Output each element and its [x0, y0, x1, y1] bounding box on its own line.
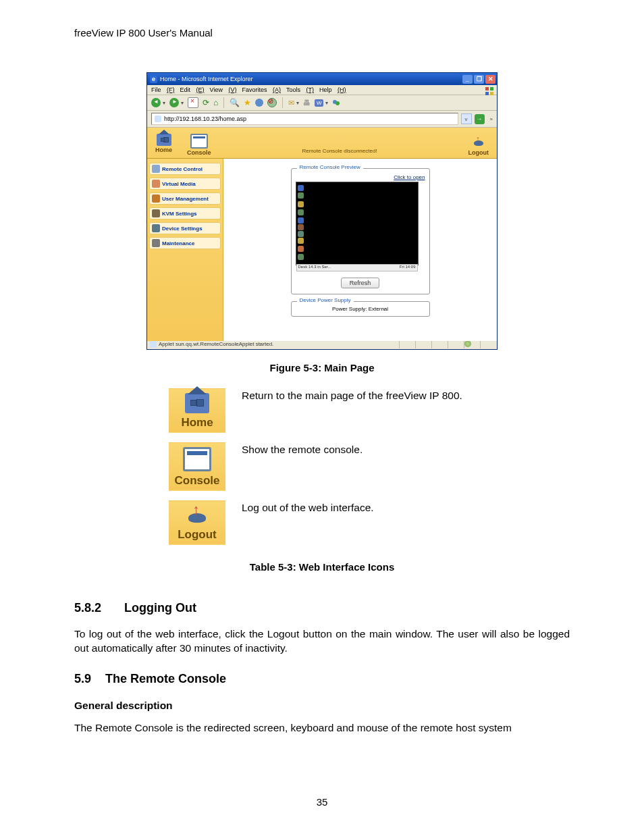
console-preview-screen[interactable]: Desk 14.3 in Ser...Fri 14:09 [296, 182, 419, 265]
kvm-settings-icon [152, 209, 160, 217]
maintenance-icon [152, 239, 160, 247]
history-icon[interactable] [255, 99, 263, 107]
power-legend: Device Power Supply [297, 297, 354, 303]
logout-icon [471, 136, 486, 149]
device-power-supply-box: Device Power Supply Power Supply: Extern… [291, 301, 430, 317]
app-header: Home Console Remote Console disconnected… [147, 128, 497, 159]
paragraph-remote-console: The Remote Console is the redirected scr… [74, 721, 570, 735]
main-panel: Remote Console Preview Click to open Des… [223, 159, 497, 341]
icon-desc-row-console: Console Show the remote console. [169, 442, 500, 491]
search-icon[interactable]: 🔍 [230, 98, 240, 107]
go-button[interactable]: → [475, 114, 485, 124]
logout-icon [185, 505, 209, 525]
sidebar-item-virtual-media[interactable]: Virtual Media [149, 178, 221, 190]
favorites-icon[interactable]: ★ [244, 98, 251, 107]
icon-desc-console: Show the remote console. [242, 442, 500, 456]
heading-5-9: 5.9The Remote Console [74, 672, 570, 686]
console-status: Remote Console disconnected! [302, 148, 377, 156]
power-supply-text: Power Supply: External [296, 306, 425, 312]
ie-icon: e [150, 76, 157, 83]
icon-desc-row-home: Home Return to the main page of the free… [169, 388, 500, 433]
sidebar-item-user-management[interactable]: User Management [149, 192, 221, 205]
home-icon [157, 134, 171, 146]
toolbar-overflow[interactable]: » [490, 116, 493, 122]
click-to-open-link[interactable]: Click to open [296, 174, 425, 180]
device-settings-icon [152, 224, 160, 232]
popup-block-icon[interactable] [267, 98, 277, 107]
icon-desc-home: Return to the main page of the freeView … [242, 388, 500, 402]
forward-dropdown[interactable]: ▾ [181, 100, 184, 106]
svg-rect-0 [485, 87, 489, 90]
figure-caption: Figure 5-3: Main Page [74, 362, 570, 373]
window-maximize-button[interactable]: ❐ [474, 75, 484, 84]
page-icon [155, 115, 161, 122]
window-title: Home - Microsoft Internet Explorer [160, 76, 253, 82]
menu-help[interactable]: Help (H) [319, 86, 346, 93]
menu-file[interactable]: File (F) [151, 86, 175, 93]
sidebar-item-device-settings[interactable]: Device Settings [149, 222, 221, 234]
subheading-general-description: General description [74, 700, 570, 712]
sidebar: Remote Control Virtual Media User Manage… [147, 159, 223, 341]
svg-rect-2 [485, 92, 489, 95]
home-icon [185, 393, 209, 413]
refresh-icon[interactable]: ⟳ [203, 98, 209, 107]
remote-console-preview-box: Remote Console Preview Click to open Des… [291, 168, 430, 294]
table-caption: Table 5-3: Web Interface Icons [74, 561, 570, 573]
window-close-button[interactable]: ✕ [485, 75, 495, 84]
remote-control-icon [152, 165, 160, 173]
word-edit-icon[interactable]: W [315, 99, 323, 107]
nav-console[interactable]: Console [187, 134, 211, 156]
page-content: Home Console Remote Console disconnected… [147, 128, 497, 338]
icon-cell-home: Home [169, 388, 225, 433]
internet-zone-icon [464, 340, 471, 347]
sidebar-item-remote-control[interactable]: Remote Control [149, 163, 221, 175]
icon-cell-console: Console [169, 442, 225, 491]
svg-rect-1 [490, 87, 493, 90]
preview-legend: Remote Console Preview [297, 164, 363, 170]
nav-home[interactable]: Home [155, 134, 172, 156]
menu-favorites[interactable]: Favorites (A) [242, 86, 281, 93]
status-page-icon [150, 341, 157, 348]
icon-desc-logout: Log out of the web interface. [242, 500, 500, 514]
menu-tools[interactable]: Tools (T) [286, 86, 314, 93]
page-number: 35 [74, 796, 570, 808]
window-titlebar: e Home - Microsoft Internet Explorer _ ❐… [147, 73, 497, 85]
back-button[interactable] [151, 98, 161, 107]
home-icon[interactable]: ⌂ [213, 98, 218, 107]
window-minimize-button[interactable]: _ [462, 75, 473, 84]
mail-icon[interactable]: ✉ [288, 99, 294, 107]
paragraph-logging-out: To log out of the web interface, click t… [74, 627, 570, 656]
address-bar: http://192.168.10.23/home.asp v → » [147, 111, 497, 128]
forward-button[interactable] [169, 98, 179, 107]
url-text: http://192.168.10.23/home.asp [164, 115, 246, 122]
menu-edit[interactable]: Edit (E) [180, 86, 205, 93]
windows-flag-icon [485, 86, 494, 96]
refresh-button[interactable]: Refresh [341, 278, 380, 288]
icon-cell-logout: Logout [169, 500, 225, 545]
back-dropdown[interactable]: ▾ [163, 100, 165, 106]
document-header: freeView IP 800 User's Manual [74, 27, 570, 38]
console-icon [183, 447, 211, 471]
sidebar-item-kvm-settings[interactable]: KVM Settings [149, 207, 221, 219]
svg-rect-3 [490, 92, 493, 95]
icon-desc-row-logout: Logout Log out of the web interface. [169, 500, 500, 545]
messenger-icon[interactable] [332, 99, 340, 107]
virtual-media-icon [152, 180, 160, 188]
status-text: Applet sun.qq.wt.RemoteConsoleApplet sta… [159, 341, 273, 347]
user-management-icon [152, 194, 160, 203]
heading-5-8-2: 5.8.2Logging Out [74, 601, 570, 615]
browser-toolbar: ▾ ▾ ⟳ ⌂ 🔍 ★ ✉▾ 🖶 W▾ [147, 95, 497, 111]
sidebar-item-maintenance[interactable]: Maintenance [149, 237, 221, 249]
stop-button[interactable] [188, 97, 198, 108]
console-icon [190, 134, 208, 149]
nav-logout[interactable]: Logout [468, 136, 489, 156]
print-icon[interactable]: 🖶 [303, 99, 311, 107]
browser-window: e Home - Microsoft Internet Explorer _ ❐… [146, 72, 498, 350]
address-input[interactable]: http://192.168.10.23/home.asp [151, 113, 458, 125]
menu-bar: File (F) Edit (E) View (V) Favorites (A)… [147, 85, 497, 95]
svg-point-5 [336, 101, 340, 105]
menu-view[interactable]: View (V) [210, 86, 237, 93]
address-dropdown[interactable]: v [461, 113, 472, 124]
